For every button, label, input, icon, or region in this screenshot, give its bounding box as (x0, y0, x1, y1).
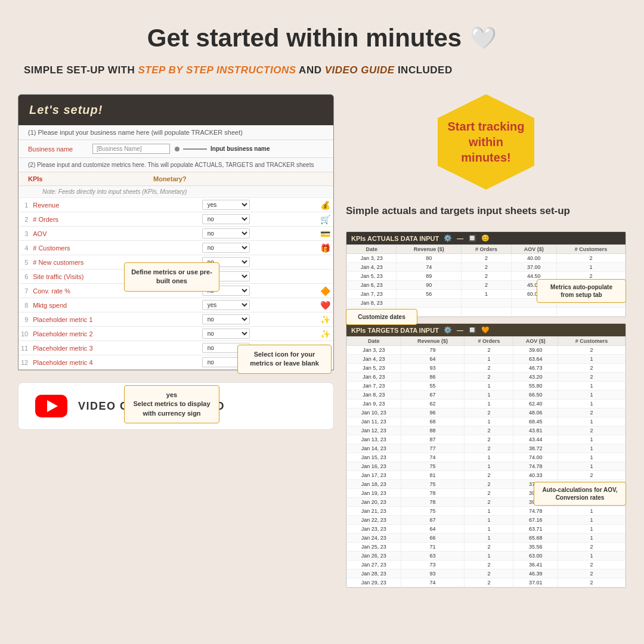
kpi-monetary-select[interactable]: yes no (202, 228, 250, 239)
targets-cell: 67.16 (513, 516, 558, 525)
actuals-cell: Jan 7, 23 (347, 290, 397, 299)
targets-data-row: Jan 6, 2386243.202 (347, 373, 626, 382)
business-name-label: Business name (28, 145, 88, 153)
kpi-dropdown-cell[interactable]: yes no (200, 212, 317, 227)
targets-cell: 1 (558, 552, 626, 561)
targets-cell: Jan 14, 23 (347, 444, 401, 453)
kpi-dropdown-cell[interactable]: yes no (200, 327, 317, 341)
actuals-icon1: ⚙️ (444, 234, 452, 242)
hex-badge-container: Start trackingwithin minutes! (346, 94, 626, 190)
targets-icon1: ⚙️ (444, 326, 452, 334)
targets-data-row: Jan 22, 2367167.161 (347, 516, 626, 525)
targets-cell: 2 (465, 408, 513, 417)
kpi-dropdown-cell[interactable]: yes no (200, 298, 317, 312)
targets-cell: 63.64 (513, 355, 558, 364)
kpi-monetary-select[interactable]: yes no (202, 214, 250, 224)
targets-cell: 74.78 (513, 462, 558, 471)
targets-cell: 38.72 (513, 444, 558, 453)
kpi-icon: ❤️ (317, 298, 333, 312)
kpi-icon: 💳 (317, 227, 333, 241)
actuals-cell: 80 (397, 254, 462, 263)
actuals-cell: Jan 4, 23 (347, 263, 397, 272)
actuals-cell: 2 (462, 281, 511, 290)
actuals-sheet: KPIs ACTUALS DATA INPUT ⚙️ — 🔲 😊 DateRev… (346, 231, 626, 317)
right-panel-title: Simple actuals and targets input sheets … (346, 205, 626, 217)
targets-cell: 71 (401, 543, 465, 552)
business-name-arrow: Input business name (175, 145, 270, 152)
spreadsheet-body: (1) Please input your business name here… (18, 125, 333, 370)
kpi-dropdown-cell[interactable]: yes no (200, 227, 317, 241)
kpi-monetary-select[interactable]: yes no (202, 329, 250, 339)
kpi-row-num: 3 (18, 227, 30, 241)
kpi-dropdown-cell[interactable]: yes no (200, 241, 317, 255)
kpi-monetary-select[interactable]: yes no (202, 243, 250, 253)
spreadsheet-container: Let's setup! (1) Please input your busin… (18, 94, 334, 370)
targets-cell: 1 (558, 525, 626, 534)
kpi-icon: 🔶 (317, 284, 333, 298)
targets-cell: 46.73 (513, 364, 558, 373)
actuals-icon3: 🔲 (468, 234, 476, 242)
kpi-name: Placeholder metric 1 (30, 312, 199, 327)
actuals-cell: 56 (397, 290, 462, 299)
actuals-data-row: Jan 4, 2374237.001 (347, 263, 626, 272)
kpi-name: Revenue (30, 198, 199, 212)
targets-cell: Jan 11, 23 (347, 417, 401, 426)
kpi-name: Placeholder metric 4 (30, 355, 199, 370)
targets-data-table: DateRevenue ($)# OrdersAOV ($)# Customer… (346, 336, 626, 587)
targets-cell: 62.40 (513, 400, 558, 408)
select-metrics-callout: yesSelect metrics to displaywith currenc… (124, 385, 219, 423)
kpi-note: Note: Feeds directly into input sheets (… (18, 186, 333, 198)
actuals-cell (397, 299, 462, 308)
targets-cell: 2 (465, 569, 513, 578)
targets-cell: 1 (558, 417, 626, 426)
targets-cell: 2 (465, 373, 513, 382)
kpi-monetary-select[interactable]: yes no (202, 300, 250, 310)
kpi-monetary-select[interactable]: yes no (202, 200, 250, 210)
targets-cell: 55 (401, 382, 465, 391)
targets-data-row: Jan 11, 2368168.451 (347, 417, 626, 426)
targets-data-row: Jan 17, 2381240.332 (347, 471, 626, 480)
business-name-input[interactable] (92, 144, 170, 154)
targets-cell: 55.80 (513, 382, 558, 391)
targets-cell: Jan 28, 23 (347, 569, 401, 578)
targets-data-row: Jan 14, 2377238.721 (347, 444, 626, 453)
kpi-dropdown-cell[interactable]: yes no (200, 312, 317, 327)
select-icon-callout: Select icon for your metrics or leave bl… (237, 345, 332, 374)
targets-data-row: Jan 8, 2367166.501 (347, 391, 626, 400)
targets-cell: Jan 12, 23 (347, 426, 401, 435)
kpi-row-num: 8 (18, 298, 30, 312)
targets-cell: 1 (558, 462, 626, 471)
targets-header-text: KPIs TARGETS DATA INPUT (351, 327, 439, 334)
targets-data-row: Jan 29, 2374237.012 (347, 578, 626, 587)
targets-col-header: Date (347, 337, 401, 346)
targets-cell: 1 (558, 453, 626, 462)
targets-cell: 79 (401, 346, 465, 355)
sheets-container: KPIs ACTUALS DATA INPUT ⚙️ — 🔲 😊 DateRev… (346, 231, 626, 588)
kpi-dropdown-cell[interactable]: yes no (200, 198, 317, 212)
left-panel-relative: Let's setup! (1) Please input your busin… (18, 94, 334, 370)
kpi-row-num: 7 (18, 284, 30, 298)
auto-calc-annotation: Auto-calculations for AOV, Conversion ra… (534, 482, 626, 506)
metrics-auto-annotation: Metrics auto-populate from setup tab (537, 279, 626, 303)
youtube-icon (35, 395, 67, 417)
targets-cell: 43.20 (513, 373, 558, 382)
actuals-cell (511, 308, 556, 317)
targets-cell: 1 (465, 417, 513, 426)
targets-cell: 1 (465, 391, 513, 400)
targets-cell: 1 (465, 400, 513, 408)
targets-cell: 74 (401, 453, 465, 462)
kpi-monetary-select[interactable]: yes no (202, 314, 250, 324)
targets-cell: Jan 23, 23 (347, 525, 401, 534)
targets-cell: Jan 21, 23 (347, 507, 401, 516)
targets-cell: 2 (465, 480, 513, 489)
targets-cell: 2 (558, 561, 626, 569)
section2-note: (2) Please input and customize metrics h… (18, 158, 333, 172)
actuals-cell: Jan 6, 23 (347, 281, 397, 290)
page-title: Get started within minutes (147, 24, 462, 52)
targets-cell: 2 (465, 426, 513, 435)
kpi-name: Placeholder metric 2 (30, 327, 199, 341)
targets-cell: 68 (401, 417, 465, 426)
actuals-cell (462, 308, 511, 317)
actuals-col-header: # Orders (462, 245, 511, 254)
targets-cell: 2 (465, 444, 513, 453)
